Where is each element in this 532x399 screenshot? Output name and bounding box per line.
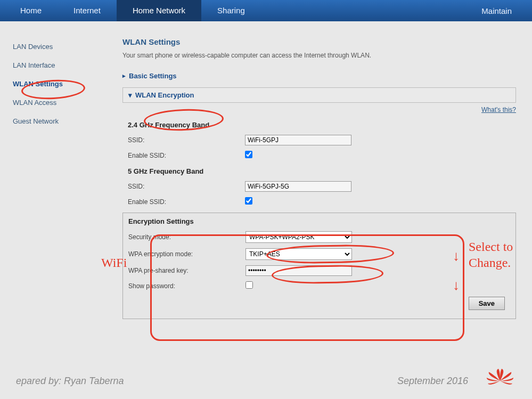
sidebar-item-wlan-access[interactable]: WLAN Access xyxy=(11,93,107,112)
huawei-logo-icon xyxy=(484,368,516,394)
save-button[interactable]: Save xyxy=(469,297,505,310)
band-5-title: 5 GHz Frequency Band xyxy=(128,167,516,175)
row-security-mode: Security mode: WPA-PSK+WPA2-PSK xyxy=(123,229,515,246)
row-show-password: Show password: xyxy=(123,279,515,294)
row-24-ssid: SSID: xyxy=(122,132,516,148)
main-layout: LAN Devices LAN Interface WLAN Settings … xyxy=(0,21,532,328)
page-description: Your smart phone or wireless-capable com… xyxy=(122,52,516,59)
encryption-settings-box: Encryption Settings Security mode: WPA-P… xyxy=(122,213,516,319)
main-panel: WLAN Settings Your smart phone or wirele… xyxy=(117,37,521,322)
ssid-24-input[interactable] xyxy=(245,135,351,145)
basic-settings-toggle[interactable]: ▸ Basic Settings xyxy=(122,68,516,84)
enable-ssid-24-label: Enable SSID: xyxy=(128,152,245,159)
maintain-link[interactable]: Maintain xyxy=(465,6,528,15)
ssid-24-label: SSID: xyxy=(128,136,245,144)
show-password-label: Show password: xyxy=(128,282,245,290)
caret-right-icon: ▸ xyxy=(122,72,126,79)
wlan-encryption-label: WLAN Encryption xyxy=(135,91,194,99)
wpa-mode-select[interactable]: TKIP+AES xyxy=(245,248,352,260)
wpa-mode-label: WPA encryption mode: xyxy=(128,250,245,258)
tab-home-network[interactable]: Home Network xyxy=(117,0,201,21)
band-24-title: 2.4 GHz Frequency Band xyxy=(128,121,516,129)
ssid-5-input[interactable] xyxy=(245,181,351,192)
caret-down-icon: ▾ xyxy=(128,91,132,99)
psk-input[interactable] xyxy=(245,265,352,276)
tab-sharing[interactable]: Sharing xyxy=(201,0,261,21)
enable-ssid-5-checkbox[interactable] xyxy=(245,197,252,205)
footer: epared by: Ryan Taberna September 2016 xyxy=(0,366,532,396)
page-title: WLAN Settings xyxy=(122,37,516,46)
row-wpa-mode: WPA encryption mode: TKIP+AES xyxy=(123,246,515,263)
basic-settings-label: Basic Settings xyxy=(129,72,177,80)
router-admin-page: Home Internet Home Network Sharing Maint… xyxy=(0,0,532,399)
sidebar-item-lan-devices[interactable]: LAN Devices xyxy=(11,37,107,56)
prepared-by: epared by: Ryan Taberna xyxy=(16,376,124,387)
show-password-checkbox[interactable] xyxy=(245,281,253,289)
row-5-enable: Enable SSID: xyxy=(122,194,516,209)
tab-home[interactable]: Home xyxy=(4,0,58,21)
security-mode-label: Security mode: xyxy=(128,233,245,241)
top-nav: Home Internet Home Network Sharing Maint… xyxy=(0,0,532,21)
sidebar-item-lan-interface[interactable]: LAN Interface xyxy=(11,56,107,75)
enable-ssid-24-checkbox[interactable] xyxy=(245,151,252,158)
encryption-settings-title: Encryption Settings xyxy=(128,217,515,225)
sidebar-item-guest-network[interactable]: Guest Network xyxy=(11,112,107,131)
sidebar: LAN Devices LAN Interface WLAN Settings … xyxy=(11,37,117,322)
whats-this-link[interactable]: What's this? xyxy=(122,103,516,117)
tab-internet[interactable]: Internet xyxy=(58,0,117,21)
row-psk: WPA pre-shared key: xyxy=(123,263,515,279)
row-5-ssid: SSID: xyxy=(122,178,516,194)
enable-ssid-5-label: Enable SSID: xyxy=(128,198,245,206)
ssid-5-label: SSID: xyxy=(128,183,245,190)
row-24-enable: Enable SSID: xyxy=(122,148,516,163)
security-mode-select[interactable]: WPA-PSK+WPA2-PSK xyxy=(245,231,352,243)
wlan-encryption-header[interactable]: ▾ WLAN Encryption xyxy=(122,87,516,103)
psk-label: WPA pre-shared key: xyxy=(128,267,245,274)
footer-date: September 2016 xyxy=(397,376,468,387)
sidebar-item-wlan-settings[interactable]: WLAN Settings xyxy=(11,75,107,93)
